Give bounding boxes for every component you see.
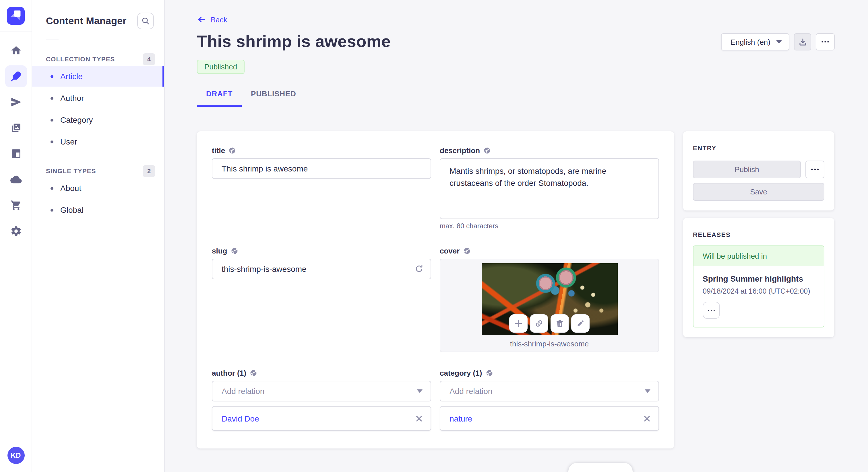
marketplace-cart-icon[interactable] (5, 194, 27, 216)
back-label: Back (211, 15, 227, 24)
language-select[interactable]: English (en) (721, 33, 789, 50)
title-field-label: title (212, 146, 225, 155)
title-field: title This shrimp is awesome (212, 146, 431, 233)
main-nav-rail: KD (0, 0, 32, 472)
floating-widget-pill[interactable] (568, 463, 632, 472)
ellipsis-icon (822, 41, 823, 42)
chevron-down-icon (417, 390, 423, 393)
export-download-button[interactable] (794, 33, 811, 50)
i18n-globe-icon (484, 147, 491, 154)
tab-draft[interactable]: DRAFT (197, 90, 242, 107)
save-button[interactable]: Save (693, 183, 825, 201)
header-more-options-button[interactable] (816, 33, 835, 50)
cover-toolbar (509, 314, 590, 333)
sidebar-item-label: Author (60, 94, 84, 103)
media-library-icon[interactable] (5, 117, 27, 139)
download-icon (798, 38, 807, 46)
sidebar-item-about[interactable]: About (32, 178, 164, 198)
regenerate-refresh-icon[interactable] (414, 264, 424, 274)
page-title: This shrimp is awesome (197, 32, 391, 51)
content-feather-icon[interactable] (5, 65, 27, 87)
entry-panel-heading: ENTRY (693, 144, 825, 151)
settings-gear-icon[interactable] (5, 220, 27, 242)
back-arrow-icon (197, 15, 206, 24)
version-tabs: DRAFT PUBLISHED (197, 90, 835, 107)
layout-icon[interactable] (5, 143, 27, 165)
sidebar-item-label: Article (60, 72, 83, 81)
send-plane-icon[interactable] (5, 91, 27, 113)
entry-more-options-button[interactable] (805, 161, 825, 178)
close-icon (644, 415, 650, 422)
bullet-icon (51, 75, 53, 78)
author-field-label: author (1) (212, 369, 246, 377)
release-card: Will be published in Spring Summer highl… (693, 245, 825, 328)
chevron-down-icon (776, 40, 782, 43)
author-relation-item: David Doe (212, 406, 431, 431)
cover-field: cover (440, 247, 659, 355)
remove-category-relation-button[interactable] (644, 415, 650, 422)
back-link[interactable]: Back (197, 15, 227, 24)
delete-media-button[interactable] (551, 314, 569, 333)
tab-published[interactable]: PUBLISHED (242, 90, 305, 107)
cover-field-label: cover (440, 247, 460, 255)
cover-filename-caption: this-shrimp-is-awesome (440, 339, 658, 348)
i18n-globe-icon (228, 147, 236, 154)
sidebar-item-user[interactable]: User (32, 131, 164, 152)
i18n-globe-icon (230, 247, 238, 255)
i18n-globe-icon (250, 369, 257, 377)
sidebar-item-article[interactable]: Article (32, 66, 164, 87)
category-add-relation-combobox[interactable]: Add relation (440, 381, 659, 401)
chevron-down-icon (645, 390, 650, 393)
release-more-options-button[interactable] (703, 302, 720, 319)
sidebar-item-author[interactable]: Author (32, 88, 164, 108)
sidebar-title: Content Manager (46, 15, 127, 27)
publish-button[interactable]: Publish (693, 161, 801, 178)
search-icon (141, 16, 150, 25)
strapi-logo[interactable] (0, 0, 32, 32)
author-add-relation-combobox[interactable]: Add relation (212, 381, 431, 401)
category-relation-link[interactable]: nature (450, 414, 472, 423)
cloud-icon[interactable] (5, 169, 27, 191)
i18n-globe-icon (463, 247, 470, 255)
add-media-button[interactable] (509, 314, 528, 333)
link-icon (534, 319, 544, 328)
bullet-icon (51, 208, 53, 211)
title-input[interactable]: This shrimp is awesome (212, 158, 431, 179)
edit-media-button[interactable] (571, 314, 590, 333)
author-relation-placeholder: Add relation (222, 386, 265, 396)
releases-panel-heading: RELEASES (693, 231, 825, 238)
bullet-icon (51, 119, 53, 121)
sidebar-divider (46, 40, 59, 40)
entry-form-card: title This shrimp is awesome description… (197, 131, 674, 448)
sidebar-item-global[interactable]: Global (32, 200, 164, 220)
description-field: description Mantis shrimps, or stomatopo… (440, 146, 659, 233)
category-field-label: category (1) (440, 369, 482, 377)
copy-link-button[interactable] (530, 314, 548, 333)
slug-input[interactable]: this-shrimp-is-awesome (212, 259, 431, 279)
trash-icon (555, 319, 564, 328)
release-date: 09/18/2024 at 16:00 (UTC+02:00) (703, 287, 815, 295)
app-window: KD Content Manager COLLECTION TYPES 4 Ar… (0, 0, 868, 472)
remove-author-relation-button[interactable] (415, 415, 423, 422)
user-avatar[interactable]: KD (7, 447, 24, 464)
search-button[interactable] (137, 12, 154, 29)
category-relation-item: nature (440, 406, 659, 431)
bullet-icon (51, 187, 53, 190)
strapi-logo-icon (7, 7, 25, 25)
entry-panel: ENTRY Publish Save (683, 131, 834, 210)
title-input-value: This shrimp is awesome (222, 164, 308, 173)
description-textarea[interactable]: Mantis shrimps, or stomatopods, are mari… (440, 158, 659, 219)
home-icon[interactable] (5, 40, 27, 61)
main-content: Back This shrimp is awesome English (en)… (165, 0, 868, 472)
bullet-icon (51, 140, 53, 143)
sidebar-item-label: User (60, 137, 77, 146)
single-types-label: SINGLE TYPES (46, 167, 96, 174)
author-relation-link[interactable]: David Doe (222, 414, 259, 423)
cover-media-card: this-shrimp-is-awesome (440, 259, 659, 352)
description-value: Mantis shrimps, or stomatopods, are mari… (450, 166, 606, 188)
sidebar-item-category[interactable]: Category (32, 109, 164, 130)
category-relation-placeholder: Add relation (450, 386, 492, 396)
releases-panel: RELEASES Will be published in Spring Sum… (683, 218, 834, 337)
bullet-icon (51, 97, 53, 100)
cover-image-shrimp-photo[interactable] (482, 263, 617, 335)
